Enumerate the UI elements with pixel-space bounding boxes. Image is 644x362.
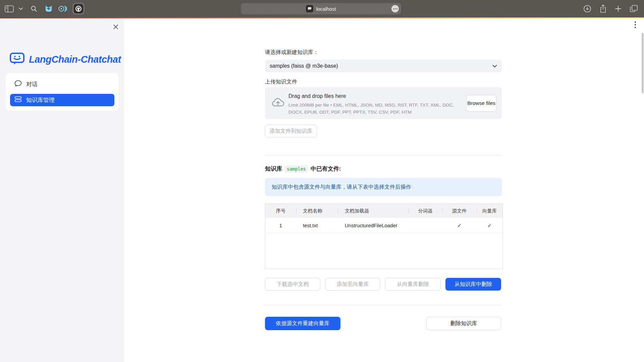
chat-bubble-logo-icon xyxy=(9,52,25,67)
add-to-vector-button[interactable]: 添加至向量库 xyxy=(325,278,380,291)
browser-toolbar: localhost xyxy=(0,0,644,17)
site-favicon xyxy=(306,5,313,12)
sidebar-toggle-icon[interactable] xyxy=(5,5,14,12)
chevron-down-icon xyxy=(492,63,497,69)
database-icon xyxy=(14,96,22,104)
page-menu-ellipsis-icon[interactable] xyxy=(391,5,399,12)
kb-name-code: samples xyxy=(284,165,308,173)
address-bar[interactable]: localhost xyxy=(241,3,401,14)
new-tab-icon[interactable] xyxy=(615,5,622,12)
sidebar-close-icon[interactable] xyxy=(112,23,119,30)
kb-select-label: 请选择或新建知识库： xyxy=(265,49,319,56)
table-row[interactable]: 1 test.txt UnstructuredFileLoader ✓ ✓ xyxy=(265,218,502,233)
chevron-down-icon[interactable] xyxy=(19,7,23,10)
delete-from-kb-button[interactable]: 从知识库中删除 xyxy=(445,278,501,291)
files-table: 序号 文档名称 文档加载器 分词器 源文件 向量库 1 test.txt Uns… xyxy=(265,203,503,269)
heading-suffix: 中已有文件: xyxy=(311,165,341,173)
speech-bubble-icon xyxy=(14,80,22,88)
col-header-name: 文档名称 xyxy=(296,204,337,218)
screen: localhost LangChain xyxy=(0,0,644,362)
heading-prefix: 知识库 xyxy=(265,165,282,173)
col-header-splitter: 分词器 xyxy=(409,204,442,218)
kb-selectbox-value: samples (faiss @ m3e-base) xyxy=(270,63,338,69)
circles-extension-icon[interactable] xyxy=(58,5,67,13)
sidebar: LangChain-Chatchat 对话 知识库管理 xyxy=(0,18,124,362)
sidebar-item-knowledge-base[interactable]: 知识库管理 xyxy=(10,94,114,106)
cell-loader: UnstructuredFileLoader xyxy=(337,218,409,233)
app-logo-text: LangChain-Chatchat xyxy=(29,54,121,65)
search-icon[interactable] xyxy=(31,5,37,12)
address-text: localhost xyxy=(316,6,336,12)
cat-extension-icon[interactable] xyxy=(44,4,53,13)
info-banner: 知识库中包含源文件与向量库，请从下表中选择文件后操作 xyxy=(265,178,502,196)
app-logo: LangChain-Chatchat xyxy=(9,52,121,67)
download-selected-button[interactable]: 下载选中文档 xyxy=(265,278,320,291)
download-icon[interactable] xyxy=(583,5,591,13)
app-menu-kebab-icon[interactable] xyxy=(635,21,636,28)
files-table-header: 序号 文档名称 文档加载器 分词器 源文件 向量库 xyxy=(265,204,502,218)
divider xyxy=(265,305,502,305)
cell-source-check: ✓ xyxy=(442,218,477,233)
col-header-loader: 文档加载器 xyxy=(337,204,409,218)
dropzone-hint: Limit 200MB per file • EML, HTML, JSON, … xyxy=(288,102,460,116)
tab-overview-icon[interactable] xyxy=(630,5,638,13)
browse-files-button[interactable]: Browse files xyxy=(466,95,496,112)
delete-kb-button[interactable]: 删除知识库 xyxy=(426,317,501,330)
col-header-vector: 向量库 xyxy=(477,204,502,218)
rebuild-vector-store-button[interactable]: 依据源文件重建向量库 xyxy=(265,317,340,330)
file-dropzone[interactable]: Drag and drop files here Limit 200MB per… xyxy=(265,87,502,119)
delete-from-vector-button[interactable]: 从向量库删除 xyxy=(385,278,441,291)
col-header-source: 源文件 xyxy=(442,204,477,218)
sidebar-item-dialogue[interactable]: 对话 xyxy=(10,78,114,91)
add-files-button[interactable]: 添加文件到知识库 xyxy=(265,125,317,137)
cell-splitter xyxy=(409,218,442,233)
github-extension-icon[interactable] xyxy=(72,3,85,15)
cell-name: test.txt xyxy=(296,218,337,233)
cell-index: 1 xyxy=(265,218,296,233)
share-icon[interactable] xyxy=(599,4,607,13)
col-header-index: 序号 xyxy=(265,204,296,218)
kb-selectbox[interactable]: samples (faiss @ m3e-base) xyxy=(265,60,502,72)
divider xyxy=(265,155,502,156)
cell-vector-check: ✓ xyxy=(477,218,502,233)
dropzone-title: Drag and drop files here xyxy=(288,93,346,99)
info-banner-text: 知识库中包含源文件与向量库，请从下表中选择文件后操作 xyxy=(272,184,411,191)
upload-label: 上传知识文件 xyxy=(265,78,297,85)
sidebar-item-label: 对话 xyxy=(26,80,38,88)
sidebar-nav: 对话 知识库管理 xyxy=(6,73,119,111)
sidebar-item-label: 知识库管理 xyxy=(26,96,55,104)
vertical-scrollbar[interactable] xyxy=(642,33,644,93)
cloud-upload-icon xyxy=(272,97,284,109)
kb-files-heading: 知识库 samples 中已有文件: xyxy=(265,165,341,173)
